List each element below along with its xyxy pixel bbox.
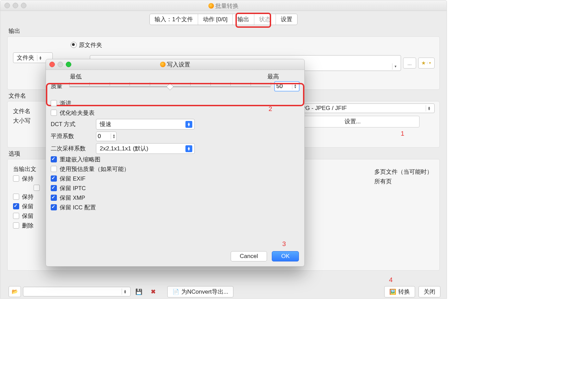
subsample-label: 二次采样系数 bbox=[51, 145, 96, 152]
opt-keep1: 保持 bbox=[22, 175, 34, 182]
export-icon: 📄 bbox=[172, 289, 179, 295]
format-settings-button[interactable]: 设置... bbox=[285, 116, 420, 127]
star-icon: ★ bbox=[421, 60, 426, 66]
rebuild-thumb-checkbox[interactable] bbox=[51, 156, 57, 162]
smooth-spinner[interactable]: ▲▼ bbox=[96, 132, 117, 141]
delete-icon[interactable]: ✖ bbox=[151, 289, 156, 295]
dialog-title: 写入设置 bbox=[46, 61, 304, 69]
bottom-bar: 📂 ▲▼ 💾 ✖ 📄 为NConvert导出... 🖼️ 转换 关闭 bbox=[0, 285, 447, 298]
keep-exif-checkbox[interactable] bbox=[51, 175, 57, 182]
ok-button[interactable]: OK bbox=[272, 251, 299, 261]
slider-thumb-icon[interactable] bbox=[167, 83, 173, 90]
opt-keep4: 保留 bbox=[22, 213, 34, 219]
annotation-3: 3 bbox=[282, 240, 286, 248]
app-icon bbox=[208, 3, 214, 9]
quality-label: 质量 bbox=[51, 83, 66, 90]
radio-dot-icon bbox=[71, 42, 77, 48]
chevron-updown-icon: ▲▼ bbox=[185, 121, 192, 128]
dct-label: DCT 方式 bbox=[51, 121, 96, 128]
checkbox[interactable] bbox=[13, 213, 19, 219]
dct-value: 慢速 bbox=[100, 120, 111, 128]
quality-max-label: 最高 bbox=[267, 73, 279, 81]
main-tabbar: 输入：1个文件 动作 [0/0] 输出 状态 设置 bbox=[149, 14, 297, 25]
progressive-checkbox[interactable] bbox=[51, 100, 57, 106]
huffman-label: 优化哈夫曼表 bbox=[60, 110, 95, 116]
tab-settings[interactable]: 设置 bbox=[276, 14, 297, 25]
quality-min-label: 最低 bbox=[70, 73, 82, 81]
format-select[interactable]: JPG - JPEG / JFIF ▲▼ bbox=[295, 103, 435, 113]
keep-iptc-label: 保留 IPTC bbox=[60, 185, 86, 191]
radio-original-folder[interactable]: 原文件夹 bbox=[71, 41, 434, 49]
subsample-value: 2x2,1x1,1x1 (默认) bbox=[100, 145, 148, 152]
opt-allpages: 所有页 bbox=[374, 178, 433, 185]
app-icon bbox=[160, 62, 166, 67]
open-preset-button[interactable]: 📂 bbox=[9, 286, 21, 297]
keep-exif-label: 保留 EXIF bbox=[60, 175, 85, 182]
opt-multipage: 多页文件（当可能时） bbox=[374, 168, 433, 176]
folder-open-icon: 📂 bbox=[12, 289, 18, 295]
subsample-select[interactable]: 2x2,1x1,1x1 (默认) ▲▼ bbox=[96, 143, 195, 154]
dct-select[interactable]: 慢速 ▲▼ bbox=[96, 119, 195, 130]
convert-icon: 🖼️ bbox=[389, 289, 396, 295]
checkbox-checked[interactable] bbox=[13, 203, 19, 209]
cancel-button[interactable]: Cancel bbox=[231, 251, 267, 261]
preset-combo[interactable]: ▲▼ bbox=[23, 287, 131, 296]
spinner-arrows-icon[interactable]: ▲▼ bbox=[111, 133, 117, 139]
keep-icc-label: 保留 ICC 配置 bbox=[60, 204, 96, 210]
main-titlebar: 批量转换 bbox=[0, 0, 447, 11]
format-value: JPG - JPEG / JFIF bbox=[299, 105, 347, 112]
opt-keep2: 保持 bbox=[22, 194, 34, 200]
filename-label: 文件名 bbox=[13, 108, 44, 115]
chevron-down-icon: ▼ bbox=[427, 62, 432, 64]
huffman-checkbox[interactable] bbox=[51, 110, 57, 116]
tab-status: 状态 bbox=[254, 14, 276, 25]
tab-input[interactable]: 输入：1个文件 bbox=[150, 14, 198, 25]
favorite-button[interactable]: ★ ▼ bbox=[418, 58, 435, 69]
quality-spinner[interactable]: ▲▼ bbox=[274, 81, 300, 91]
est-quality-label: 使用预估质量（如果可能） bbox=[60, 166, 130, 172]
keep-xmp-label: 保留 XMP bbox=[60, 195, 85, 201]
chevron-updown-icon: ▲▼ bbox=[426, 105, 432, 111]
rebuild-thumb-label: 重建嵌入缩略图 bbox=[60, 156, 100, 162]
tab-output[interactable]: 输出 bbox=[233, 14, 254, 25]
checkbox[interactable] bbox=[13, 222, 19, 229]
window-title: 批量转换 bbox=[0, 2, 447, 10]
chevron-updown-icon: ▲▼ bbox=[122, 289, 128, 295]
opt-delete: 删除 bbox=[22, 222, 34, 229]
keep-xmp-checkbox[interactable] bbox=[51, 195, 57, 201]
smooth-label: 平滑系数 bbox=[51, 133, 96, 140]
save-icon[interactable]: 💾 bbox=[135, 289, 143, 295]
progressive-label: 渐进 bbox=[60, 100, 71, 106]
folder-select-label: 文件夹 bbox=[17, 54, 34, 62]
keep-iptc-checkbox[interactable] bbox=[51, 185, 57, 191]
case-label: 大小写 bbox=[13, 117, 44, 125]
smooth-input[interactable] bbox=[96, 132, 111, 141]
chevron-updown-icon: ▲▼ bbox=[185, 145, 192, 152]
checkbox[interactable] bbox=[13, 175, 19, 182]
browse-button[interactable]: ... bbox=[403, 58, 416, 69]
chevron-down-icon: ▲▼ bbox=[37, 55, 44, 61]
output-group-title: 输出 bbox=[9, 27, 440, 35]
svg-marker-0 bbox=[167, 83, 173, 90]
opt-keep3: 保留 bbox=[22, 203, 34, 209]
nconvert-export-button[interactable]: 📄 为NConvert导出... bbox=[167, 286, 233, 297]
spinner-arrows-icon[interactable]: ▲▼ bbox=[292, 83, 298, 89]
close-button[interactable]: 关闭 bbox=[419, 286, 440, 297]
checkbox[interactable] bbox=[34, 185, 40, 191]
convert-button[interactable]: 🖼️ 转换 bbox=[384, 286, 415, 297]
est-quality-checkbox[interactable] bbox=[51, 166, 57, 172]
quality-input[interactable] bbox=[275, 82, 292, 91]
annotation-4: 4 bbox=[389, 276, 393, 284]
quality-slider[interactable] bbox=[69, 82, 271, 90]
tab-actions[interactable]: 动作 [0/0] bbox=[198, 14, 233, 25]
checkbox[interactable] bbox=[13, 194, 19, 200]
keep-icc-checkbox[interactable] bbox=[51, 204, 57, 210]
chevron-down-icon: ▼ bbox=[392, 63, 399, 70]
write-settings-dialog: 写入设置 最低 最高 质量 bbox=[46, 59, 305, 267]
